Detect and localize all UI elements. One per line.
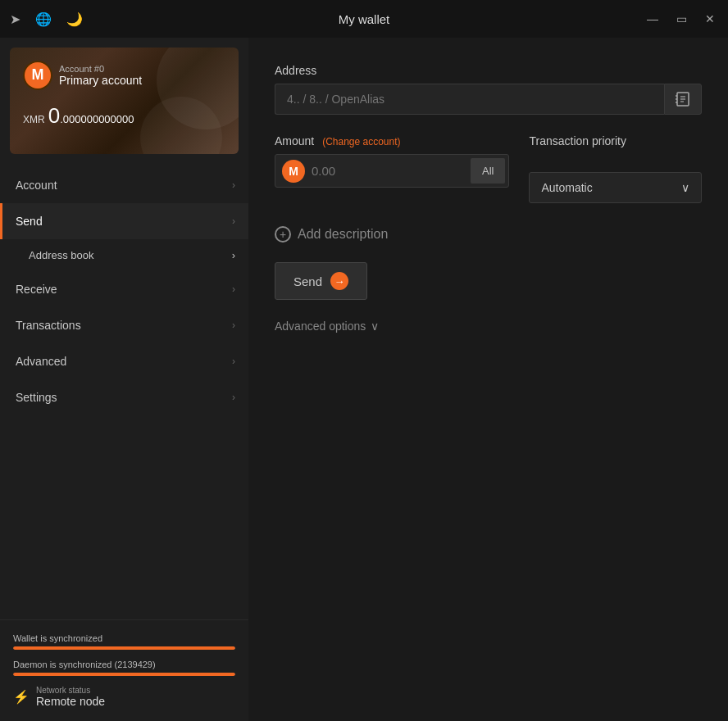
network-info: Network status Remote node <box>36 686 105 708</box>
advanced-options-chevron-icon: ∨ <box>371 320 379 333</box>
network-value: Remote node <box>36 695 105 708</box>
moon-icon[interactable]: 🌙 <box>66 11 83 27</box>
account-info: Account #0 Primary account <box>59 64 142 87</box>
sidebar-footer: Wallet is synchronized Daemon is synchro… <box>0 619 248 721</box>
account-name: Primary account <box>59 74 142 87</box>
priority-label: Transaction priority <box>529 134 702 147</box>
sidebar-item-advanced-label: Advanced <box>16 355 66 368</box>
sidebar-item-transactions[interactable]: Transactions › <box>0 307 248 343</box>
account-balance: XMR0.000000000000 <box>23 103 225 129</box>
main-content: Address Amount (Change acco <box>248 38 728 721</box>
window-title: My wallet <box>339 12 390 26</box>
chevron-icon: › <box>232 392 235 403</box>
send-arrow-icon: → <box>330 272 348 290</box>
amount-input[interactable] <box>312 156 467 186</box>
chevron-icon: › <box>232 320 235 331</box>
dropdown-chevron-icon: ∨ <box>681 181 689 194</box>
add-description-row[interactable]: + Add description <box>275 226 702 243</box>
sidebar-item-account[interactable]: Account › <box>0 167 248 203</box>
sidebar-item-send-label: Send <box>16 215 43 228</box>
network-status: ⚡ Network status Remote node <box>13 686 235 708</box>
sidebar-nav: Account › Send › Address book › Receive … <box>0 164 248 619</box>
priority-dropdown[interactable]: Automatic ∨ <box>529 172 702 203</box>
contacts-icon <box>675 91 691 107</box>
wallet-sync-label: Wallet is synchronized <box>13 633 235 643</box>
add-description-label: Add description <box>298 227 388 242</box>
send-button-label: Send <box>293 274 322 288</box>
balance-decimal: .000000000000 <box>60 113 134 125</box>
amount-label: Amount (Change account) <box>275 134 509 147</box>
amount-section: Amount (Change account) M All <box>275 134 509 188</box>
chevron-icon: › <box>232 179 235 191</box>
bolt-icon: ⚡ <box>13 689 30 705</box>
daemon-sync-fill <box>13 673 235 676</box>
advanced-options-row[interactable]: Advanced options ∨ <box>275 320 702 333</box>
chevron-icon: › <box>232 215 235 227</box>
amount-input-row: M All <box>275 154 509 188</box>
add-description-plus-icon: + <box>275 226 291 243</box>
sidebar-item-account-label: Account <box>16 179 57 192</box>
network-label: Network status <box>36 686 105 695</box>
svg-text:M: M <box>32 66 44 83</box>
address-book-label: Address book <box>29 249 94 261</box>
priority-value: Automatic <box>541 181 592 194</box>
account-number: Account #0 <box>59 64 142 74</box>
minimize-button[interactable]: — <box>644 11 662 27</box>
titlebar-controls: — ▭ ✕ <box>644 11 718 27</box>
daemon-sync-bar <box>13 673 235 676</box>
monero-logo: M <box>23 61 52 90</box>
sidebar-item-transactions-label: Transactions <box>16 319 81 332</box>
all-button[interactable]: All <box>471 158 505 184</box>
sidebar-item-settings-label: Settings <box>16 391 57 404</box>
account-card: M Account #0 Primary account XMR0.000000… <box>10 48 239 154</box>
amount-priority-row: Amount (Change account) M All Transactio… <box>275 134 702 203</box>
close-button[interactable]: ✕ <box>702 11 718 27</box>
sidebar-item-receive-label: Receive <box>16 283 57 296</box>
sidebar-item-send[interactable]: Send › <box>0 203 248 239</box>
svg-text:M: M <box>289 165 298 178</box>
arrow-icon[interactable]: ➤ <box>10 11 20 27</box>
wallet-sync-fill <box>13 646 235 650</box>
change-account-label[interactable]: (Change account) <box>322 136 400 147</box>
address-row <box>275 84 702 115</box>
globe-icon[interactable]: 🌐 <box>35 11 52 27</box>
address-label: Address <box>275 64 702 77</box>
address-input[interactable] <box>275 84 664 115</box>
maximize-button[interactable]: ▭ <box>673 11 690 27</box>
main-layout: M Account #0 Primary account XMR0.000000… <box>0 38 728 721</box>
titlebar-left: ➤ 🌐 🌙 <box>10 11 83 27</box>
sidebar-item-address-book[interactable]: Address book › <box>0 239 248 271</box>
sidebar-item-receive[interactable]: Receive › <box>0 271 248 307</box>
address-book-button[interactable] <box>664 84 702 115</box>
advanced-options-label: Advanced options <box>275 320 366 333</box>
sidebar-item-advanced[interactable]: Advanced › <box>0 343 248 379</box>
titlebar: ➤ 🌐 🌙 My wallet — ▭ ✕ <box>0 0 728 38</box>
sidebar-item-settings[interactable]: Settings › <box>0 379 248 415</box>
balance-integer: 0 <box>48 103 60 128</box>
priority-section: Transaction priority Automatic ∨ <box>529 134 702 203</box>
wallet-sync-bar <box>13 646 235 650</box>
send-button[interactable]: Send → <box>275 262 367 300</box>
monero-icon: M <box>282 160 305 183</box>
chevron-icon: › <box>232 283 235 295</box>
chevron-icon: › <box>232 249 235 261</box>
chevron-icon: › <box>232 356 235 367</box>
currency-label: XMR <box>23 114 45 125</box>
daemon-sync-label: Daemon is synchronized (2139429) <box>13 660 235 669</box>
sidebar: M Account #0 Primary account XMR0.000000… <box>0 38 248 721</box>
account-header: M Account #0 Primary account <box>23 61 225 90</box>
